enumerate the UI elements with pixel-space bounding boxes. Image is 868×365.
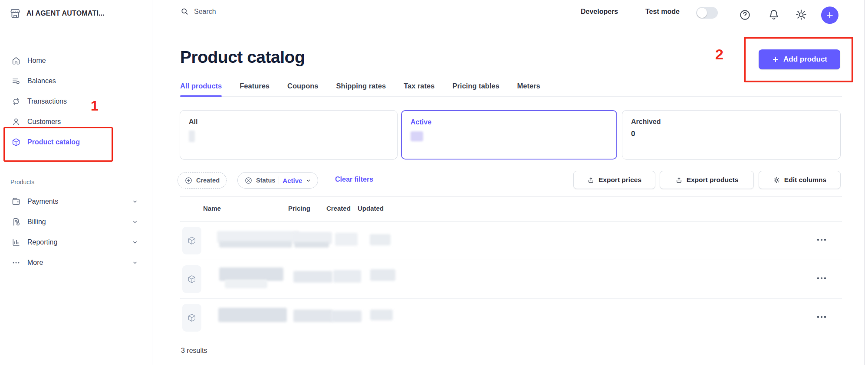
product-thumbnail [182,304,201,332]
results-count: 3 results [181,347,207,355]
toggle-knob [697,8,707,18]
action-button-label: Export products [687,176,739,184]
product-thumbnail [182,265,201,293]
search-input[interactable]: Search [180,7,216,16]
sidebar-item-label: Balances [27,77,56,85]
circle-x-icon [244,176,253,185]
reporting-icon [11,238,21,247]
sidebar-item-payments[interactable]: Payments [0,191,144,212]
tab-meters[interactable]: Meters [517,82,540,90]
account-menu[interactable]: AI AGENT AUTOMATI... [10,8,105,19]
sidebar-item-reporting[interactable]: Reporting [0,232,144,252]
sidebar-item-more[interactable]: More [0,252,144,273]
sidebar-item-label: Billing [27,218,46,226]
sidebar-item-label: Reporting [27,238,57,246]
page-title: Product catalog [180,48,305,67]
card-label: All [189,118,388,126]
sidebar-divider [152,0,152,365]
sidebar-item-label: More [27,259,43,267]
test-mode-toggle[interactable] [696,7,718,19]
table-row[interactable] [180,222,842,260]
column-header-pricing: Pricing [288,205,310,212]
export-icon [587,176,595,184]
sidebar-item-label: Home [27,57,46,65]
settings-gear-button[interactable] [795,8,808,21]
table-row[interactable] [180,260,842,299]
chevron-down-icon [132,239,138,245]
filter-chip-value: Active [283,177,302,184]
column-header-name: Name [203,205,221,212]
plus-icon [772,55,779,63]
action-button-label: Edit columns [784,176,826,184]
annotation-step-1: 1 [91,98,99,114]
filter-chip-status[interactable]: Status Active [237,172,318,189]
tab-coupons[interactable]: Coupons [287,82,319,90]
chevron-down-icon [132,260,138,266]
redacted-pricing [293,310,332,322]
summary-card-active[interactable]: Active [401,110,617,160]
sidebar-nav-secondary: Payments Billing Reporting [0,191,144,273]
help-button[interactable] [739,9,751,21]
edit-columns-button[interactable]: Edit columns [759,171,841,189]
transactions-icon [11,97,21,106]
notifications-bell-button[interactable] [767,8,780,21]
redacted-value [189,130,195,142]
sidebar-item-label: Customers [27,118,61,126]
billing-icon [11,217,21,227]
chevron-down-icon [132,219,138,225]
account-name: AI AGENT AUTOMATI... [26,10,105,17]
sidebar-item-home[interactable]: Home [0,50,144,71]
redacted-pricing [294,242,329,248]
export-products-button[interactable]: Export products [660,171,754,189]
card-label: Active [411,118,608,126]
stripe-dashboard: AI AGENT AUTOMATI... Home Balances Trans… [0,0,868,365]
balances-icon [11,76,21,86]
redacted-pricing [293,271,332,283]
summary-card-archived[interactable]: Archived 0 [622,110,841,160]
card-label: Archived [631,118,832,126]
sidebar-item-label: Payments [27,198,58,205]
row-actions-button[interactable] [817,316,826,318]
tab-shipping-rates[interactable]: Shipping rates [336,82,386,90]
create-plus-button[interactable] [821,7,838,24]
chevron-down-icon [132,199,138,205]
column-header-updated: Updated [358,205,384,212]
catalog-tabs: All products Features Coupons Shipping r… [180,82,842,97]
tab-tax-rates[interactable]: Tax rates [404,82,434,90]
action-button-label: Export prices [598,176,641,184]
redacted-name [218,308,287,322]
annotation-box-product-catalog [3,127,113,162]
table-row[interactable] [180,299,842,337]
redacted-created [335,233,358,246]
redacted-updated [370,310,393,320]
redacted-name [219,267,283,281]
clear-filters-link[interactable]: Clear filters [335,176,373,183]
redacted-name [225,280,267,288]
tab-all-products[interactable]: All products [180,82,222,90]
add-product-button[interactable]: Add product [759,49,840,69]
row-actions-button[interactable] [817,277,826,279]
redacted-name [219,241,292,248]
sidebar-item-transactions[interactable]: Transactions [0,91,144,111]
sidebar-item-label: Transactions [27,98,67,105]
export-prices-button[interactable]: Export prices [573,171,655,189]
filter-chip-label: Created [196,177,220,184]
product-table [180,222,842,337]
sidebar-item-billing[interactable]: Billing [0,212,144,232]
tab-features[interactable]: Features [240,82,270,90]
tab-pricing-tables[interactable]: Pricing tables [452,82,499,90]
redacted-updated [370,234,391,245]
developers-link[interactable]: Developers [581,8,618,16]
redacted-created [333,270,361,283]
row-actions-button[interactable] [817,239,826,241]
search-icon [180,7,189,16]
payments-icon [11,197,21,206]
chip-divider [279,176,279,184]
filter-chip-created[interactable]: Created [178,172,227,189]
circle-plus-icon [184,176,193,185]
summary-card-all[interactable]: All [180,110,398,160]
scrollbar[interactable] [864,0,865,365]
search-placeholder: Search [194,8,216,16]
sidebar-item-balances[interactable]: Balances [0,71,144,91]
table-top-divider [180,196,842,197]
